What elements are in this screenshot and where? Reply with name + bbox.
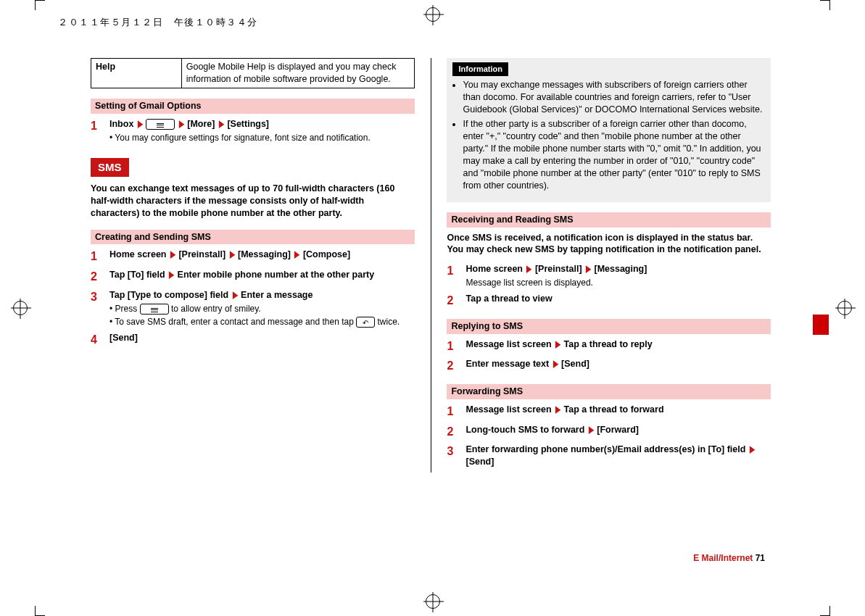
menu-key-icon <box>140 304 169 315</box>
registration-mark-left <box>13 301 28 315</box>
arrow-icon: ▶ <box>229 250 234 259</box>
step: 3Enter forwarding phone number(s)/Email … <box>447 444 771 468</box>
step-body: Tap a thread to view <box>465 293 771 309</box>
rr-intro: Once SMS is received, a notification ico… <box>447 232 771 257</box>
step: 2Tap [To] field ▶ Enter mobile phone num… <box>91 269 415 285</box>
arrow-icon: ▶ <box>170 250 175 259</box>
step: 2Long-touch SMS to forward ▶ [Forward] <box>447 424 771 440</box>
registration-mark-right <box>837 301 852 315</box>
step-body: [Send] <box>109 332 415 348</box>
section-replying: Replying to SMS <box>447 319 771 334</box>
registration-mark-top <box>426 7 440 22</box>
arrow-icon: ▶ <box>169 270 174 280</box>
arrow-icon: ▶ <box>749 445 754 454</box>
step-sub: • To save SMS draft, enter a contact and… <box>109 316 415 328</box>
page-tab <box>813 315 829 335</box>
help-table: Help Google Mobile Help is displayed and… <box>91 58 415 88</box>
replying-steps: 1Message list screen ▶ Tap a thread to r… <box>447 338 771 374</box>
information-box: Information You may exchange messages wi… <box>447 58 771 202</box>
section-creating-sending: Creating and Sending SMS <box>91 230 415 245</box>
step: 1Message list screen ▶ Tap a thread to r… <box>447 338 771 354</box>
step-body: Tap [Type to compose] field ▶ Enter a me… <box>109 289 415 328</box>
right-column: Information You may exchange messages wi… <box>447 58 771 473</box>
information-item: You may exchange messages with subscribe… <box>463 79 765 116</box>
step-num: 1 <box>447 404 457 420</box>
crop-mark-tl <box>35 0 48 13</box>
sms-intro: You can exchange text messages of up to … <box>91 183 415 220</box>
step-sub: Message list screen is displayed. <box>465 277 771 288</box>
help-text: Google Mobile Help is displayed and you … <box>181 59 414 88</box>
step-body: Home screen ▶ [Preinstall] ▶ [Messaging]… <box>109 249 415 265</box>
footer-page-number: 71 <box>756 553 765 563</box>
arrow-icon: ▶ <box>588 425 593 435</box>
arrow-icon: ▶ <box>137 120 142 129</box>
crop-mark-tr <box>817 0 830 13</box>
arrow-icon: ▶ <box>232 291 237 300</box>
step-num: 1 <box>91 118 101 143</box>
step: 2Enter message text ▶ [Send] <box>447 358 771 374</box>
step-num: 2 <box>447 293 457 309</box>
section-gmail-options: Setting of Gmail Options <box>91 99 415 114</box>
information-list: You may exchange messages with subscribe… <box>452 79 765 192</box>
page-date: ２０１１年５月１２日 午後１０時３４分 <box>58 16 258 29</box>
step-num: 3 <box>91 289 101 328</box>
arrow-icon: ▶ <box>555 340 560 349</box>
back-key-icon <box>356 317 375 328</box>
crop-mark-bl <box>35 603 48 616</box>
step-num: 3 <box>447 444 457 468</box>
arrow-icon: ▶ <box>178 120 183 129</box>
step-body: Message list screen ▶ Tap a thread to fo… <box>465 404 771 420</box>
arrow-icon: ▶ <box>586 265 591 274</box>
step-num: 1 <box>447 338 457 354</box>
step-num: 2 <box>447 358 457 374</box>
information-tag: Information <box>452 62 508 76</box>
arrow-icon: ▶ <box>555 405 560 415</box>
section-receiving-reading: Receiving and Reading SMS <box>447 212 771 228</box>
receiving-reading-steps: 1Home screen ▶ [Preinstall] ▶ [Messaging… <box>447 263 771 309</box>
step-body: Home screen ▶ [Preinstall] ▶ [Messaging]… <box>465 263 771 288</box>
crop-mark-br <box>817 603 830 616</box>
arrow-icon: ▶ <box>218 120 223 129</box>
step-body: Long-touch SMS to forward ▶ [Forward] <box>465 424 771 440</box>
section-sms: SMS <box>91 158 129 177</box>
step: 3Tap [Type to compose] field ▶ Enter a m… <box>91 289 415 328</box>
step-num: 1 <box>447 263 457 288</box>
step: 4[Send] <box>91 332 415 348</box>
arrow-icon: ▶ <box>552 359 558 369</box>
step: 1Home screen ▶ [Preinstall] ▶ [Messaging… <box>447 263 771 288</box>
step-num: 1 <box>91 249 101 265</box>
registration-mark-bottom <box>426 594 440 609</box>
content: Help Google Mobile Help is displayed and… <box>91 58 771 473</box>
step-sub: • Press to allow entry of smiley. <box>109 303 415 315</box>
menu-key-icon <box>146 119 175 130</box>
step-body: Enter forwarding phone number(s)/Email a… <box>465 444 771 468</box>
step-body: Inbox ▶ ▶ [More] ▶ [Settings] • You may … <box>109 118 415 143</box>
step-body: Message list screen ▶ Tap a thread to re… <box>465 338 771 354</box>
footer-section-title: E Mail/Internet <box>693 553 753 563</box>
step-num: 2 <box>91 269 101 285</box>
column-divider <box>431 58 431 473</box>
forwarding-steps: 1Message list screen ▶ Tap a thread to f… <box>447 404 771 468</box>
step: 1Home screen ▶ [Preinstall] ▶ [Messaging… <box>91 249 415 265</box>
help-label: Help <box>91 59 182 88</box>
left-column: Help Google Mobile Help is displayed and… <box>91 58 415 473</box>
step-body: Tap [To] field ▶ Enter mobile phone numb… <box>109 269 415 285</box>
creating-sending-steps: 1Home screen ▶ [Preinstall] ▶ [Messaging… <box>91 249 415 347</box>
page-footer: E Mail/Internet 71 <box>693 552 765 564</box>
section-forwarding: Forwarding SMS <box>447 384 771 399</box>
step-body: Enter message text ▶ [Send] <box>465 358 771 374</box>
step: 2Tap a thread to view <box>447 293 771 309</box>
step-num: 2 <box>447 424 457 440</box>
step: 1Message list screen ▶ Tap a thread to f… <box>447 404 771 420</box>
arrow-icon: ▶ <box>294 250 299 259</box>
step-sub: • You may configure settings for signatu… <box>109 132 415 143</box>
step-num: 4 <box>91 332 101 348</box>
information-item: If the other party is a subscriber of a … <box>463 118 765 191</box>
arrow-icon: ▶ <box>526 265 531 274</box>
step: 1 Inbox ▶ ▶ [More] ▶ [Settings] • You ma… <box>91 118 415 143</box>
